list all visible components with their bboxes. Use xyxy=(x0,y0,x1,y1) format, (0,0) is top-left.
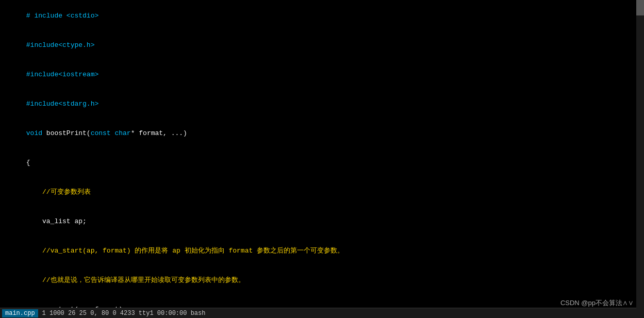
scrollbar-thumb[interactable] xyxy=(636,0,644,15)
code-area[interactable]: # include <cstdio> #include<ctype.h> #in… xyxy=(0,0,636,308)
code-line-6: { xyxy=(2,148,634,177)
preprocessor-hash: # include < xyxy=(26,12,71,20)
scrollbar-vertical[interactable] xyxy=(636,0,644,318)
code-line-10: //也就是说，它告诉编译器从哪里开始读取可变参数列表中的参数。 xyxy=(2,265,634,295)
status-bar: main.cpp 1 1000 26 25 0, 80 0 4233 tty1 … xyxy=(0,308,636,318)
code-line-4: #include<stdarg.h> xyxy=(2,89,634,119)
code-line-9: //va_start(ap, format) 的作用是将 ap 初始化为指向 f… xyxy=(2,236,634,265)
code-line-11: va_start(ap, format); xyxy=(2,295,634,308)
code-line-5: void boostPrint(const char* format, ...) xyxy=(2,119,634,148)
code-line-8: va_list ap; xyxy=(2,207,634,236)
status-info: 1 1000 26 25 0, 80 0 4233 tty1 00:00:00 … xyxy=(42,310,206,317)
code-line-2: #include<ctype.h> xyxy=(2,30,634,60)
code-line-7: //可变参数列表 xyxy=(2,177,634,207)
watermark: CSDN @pp不会算法∧∨ xyxy=(560,298,634,308)
editor-container: # include <cstdio> #include<ctype.h> #in… xyxy=(0,0,644,318)
code-line-3: #include<iostream> xyxy=(2,60,634,89)
filename-label: main.cpp xyxy=(2,309,38,317)
code-line-1: # include <cstdio> xyxy=(2,1,634,30)
